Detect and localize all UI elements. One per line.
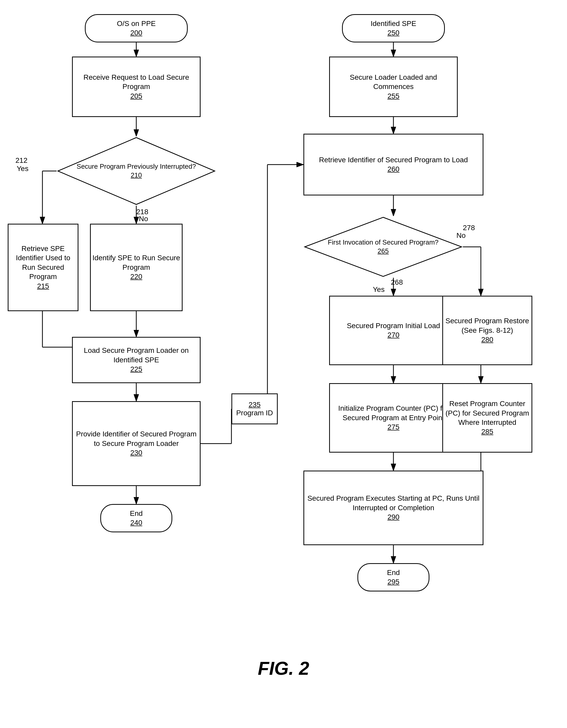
node-290: Secured Program Executes Starting at PC,… xyxy=(303,471,483,545)
node-220: Identify SPE to Run Secure Program 220 xyxy=(90,224,183,311)
node-235: 235 Program ID xyxy=(231,393,278,424)
node-270: Secured Program Initial Load 270 xyxy=(329,296,458,365)
node-265: First Invocation of Secured Program? 265 xyxy=(303,216,463,278)
node-255: Secure Loader Loaded and Commences 255 xyxy=(329,57,458,117)
figure-label: FIG. 2 xyxy=(258,658,309,679)
node-225: Load Secure Program Loader on Identified… xyxy=(72,337,201,383)
node-250: Identified SPE 250 xyxy=(342,14,445,42)
node-280: Secured Program Restore (See Figs. 8-12)… xyxy=(442,296,532,365)
label-no-265: No xyxy=(456,231,466,240)
label-yes-265: Yes xyxy=(373,285,385,294)
label-278: 278 xyxy=(463,224,475,232)
node-210: Secure Program Previously Interrupted? 2… xyxy=(57,136,216,206)
node-275: Initialize Program Counter (PC) for Secu… xyxy=(329,383,458,453)
node-230: Provide Identifier of Secured Program to… xyxy=(72,401,201,486)
label-yes-210: Yes xyxy=(17,165,29,173)
node-240: End 240 xyxy=(100,504,172,532)
node-215: Retrieve SPE Identifier Used to Run Secu… xyxy=(8,224,78,311)
node-205: Receive Request to Load Secure Program 2… xyxy=(72,57,201,117)
label-268: 268 xyxy=(391,278,403,286)
node-295: End 295 xyxy=(357,563,429,591)
label-no-210: No xyxy=(139,215,148,223)
node-285: Reset Program Counter (PC) for Secured P… xyxy=(442,383,532,453)
node-260: Retrieve Identifier of Secured Program t… xyxy=(303,134,483,195)
diagram-container: O/S on PPE 200 Receive Request to Load S… xyxy=(0,0,567,694)
label-212: 212 xyxy=(15,156,28,165)
node-200: O/S on PPE 200 xyxy=(85,14,188,42)
